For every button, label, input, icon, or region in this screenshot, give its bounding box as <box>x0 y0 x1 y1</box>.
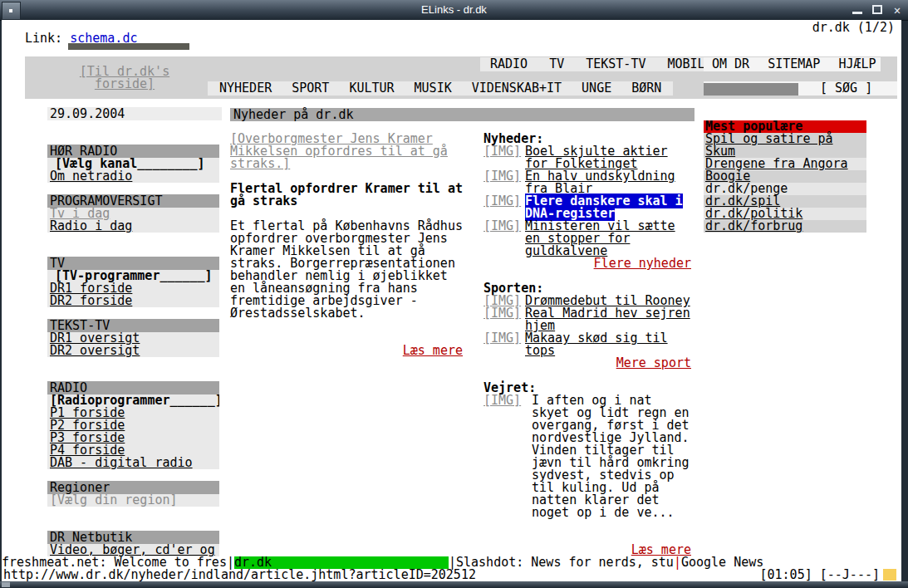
maximize-button[interactable] <box>868 2 886 18</box>
img-placeholder-link[interactable]: [IMG] <box>483 394 521 407</box>
most-popular-box: Mest populære Spil og satire på Skum Dre… <box>704 120 866 233</box>
sport-item: [IMG] Real Madrid hev sejren hjem <box>483 307 691 332</box>
img-placeholder-link[interactable]: [IMG] <box>483 145 521 158</box>
menu-boern[interactable]: BØRN <box>631 82 661 95</box>
news-link-ministeren[interactable]: Ministeren vil sætte en stopper for guld… <box>525 218 675 258</box>
sidebar-section-radio: RADIO [Radioprogrammer______] P1 forside… <box>47 381 219 469</box>
menu-musik[interactable]: MUSIK <box>415 82 452 95</box>
img-placeholder-link[interactable]: [IMG] <box>483 220 521 233</box>
article-headline: Flertal opfordrer Kramer til at gå strak… <box>230 183 463 208</box>
news-item: [IMG] En halv undskyldning fra Blair <box>483 170 691 195</box>
radio-program-select[interactable]: [Radioprogrammer______] <box>50 394 219 407</box>
tab-slashdot[interactable]: Slashdot: News for nerds, stu <box>456 555 674 570</box>
menu-om-dr[interactable]: OM DR <box>712 58 749 71</box>
sidebar-link-om-netradio[interactable]: Om netradio <box>50 170 132 183</box>
sidebar-link-p4-forside[interactable]: P4 forside <box>50 444 125 457</box>
sidebar-link-tv-i-dag[interactable]: Tv i dag <box>50 208 110 220</box>
sidebar-section-regioner: Regioner [Vælg din region] <box>47 481 219 507</box>
sidebar-section-tekst-tv: TEKST-TV DR1 oversigt DR2 oversigt <box>47 319 219 357</box>
browser-viewport: dr.dk (1/2) Link: schema.dc [Til dr.dk's… <box>2 20 901 581</box>
weather-text: I aften og i nat skyet og lidt regn en o… <box>532 394 690 519</box>
img-placeholder-link[interactable]: [IMG] <box>483 307 521 320</box>
tab-separator: | <box>674 555 681 570</box>
sidebar-link-p2-forside[interactable]: P2 forside <box>50 419 125 432</box>
minimize-button[interactable] <box>848 2 866 18</box>
menu-videnskab-it[interactable]: VIDENSKAB+IT <box>472 82 562 95</box>
popular-link-forbrug[interactable]: dr.dk/forbrug <box>705 218 802 233</box>
menu-unge[interactable]: UNGE <box>582 82 611 95</box>
article-image-link[interactable]: [Overborgmester Jens Kramer Mikkelsen op… <box>230 133 463 170</box>
menu-sport[interactable]: SPORT <box>292 82 329 95</box>
content-section-header: Nyheder på dr.dk <box>230 108 694 121</box>
link-label: Link: <box>25 31 62 46</box>
search-row: ____________ [ SØG ] <box>704 81 897 96</box>
close-button[interactable]: ✕ <box>888 2 906 18</box>
site-navigation: [Til dr.dk's forside] RADIO TV TEKST-TV … <box>25 56 897 99</box>
elinks-window: ELinks - dr.dk ✕ dr.dk (1/2) Link: schem… <box>0 0 908 588</box>
main-menu: NYHEDER SPORT KULTUR MUSIK VIDENSKAB+IT … <box>208 81 673 96</box>
date-display: 29.09.2004 <box>47 107 222 120</box>
window-title: ELinks - dr.dk <box>0 3 908 17</box>
top-menu: RADIO TV TEKST-TV MOBIL <box>480 57 715 71</box>
menu-mobil[interactable]: MOBIL <box>667 58 704 71</box>
news-item: [IMG] Flere danskere skal i DNA-register <box>483 195 691 220</box>
sidebar-link-p1-forside[interactable]: P1 forside <box>50 407 125 419</box>
menu-radio[interactable]: RADIO <box>490 58 528 71</box>
popular-link-skum[interactable]: Spil og satire på Skum <box>705 131 833 159</box>
tab-google-news[interactable]: Google News <box>681 555 763 570</box>
weather-block: [IMG] I aften og i nat skyet og lidt reg… <box>483 394 691 519</box>
sidebar-section-programoversigt: PROGRAMOVERSIGT Tv i dag Radio i dag <box>47 194 219 233</box>
popular-item: Spil og satire på Skum <box>704 133 866 158</box>
news-link-dna-selected[interactable]: Flere danskere skal i DNA-register <box>525 194 683 221</box>
sidebar-link-p3-forside[interactable]: P3 forside <box>50 432 125 444</box>
img-placeholder-link[interactable]: [IMG] <box>483 170 521 183</box>
news-link-blair[interactable]: En halv undskyldning fra Blair <box>525 169 675 196</box>
sidebar-link-dr1-oversigt[interactable]: DR1 oversigt <box>50 332 140 345</box>
sidebar-link-dr2-forside[interactable]: DR2 forside <box>50 295 132 307</box>
menu-sitemap[interactable]: SITEMAP <box>768 58 820 71</box>
title-bar: ELinks - dr.dk ✕ <box>0 0 908 21</box>
status-clock: [01:05] <box>760 567 812 581</box>
img-placeholder-link[interactable]: [IMG] <box>483 332 521 345</box>
sidebar-link-dr2-oversigt[interactable]: DR2 oversigt <box>50 345 140 357</box>
menu-tekst-tv[interactable]: TEKST-TV <box>586 58 645 71</box>
sidebar-section-netbutik: DR Netbutik Video, bøger, cd'er og <box>47 531 219 556</box>
popular-item: dr.dk/forbrug <box>704 220 866 233</box>
article-read-more-link[interactable]: Læs mere <box>403 343 463 358</box>
section-title: HØR RADIO <box>47 145 219 158</box>
resize-handle[interactable] <box>2 582 10 587</box>
status-activity-indicator <box>883 569 896 581</box>
sidebar-link-radio-i-dag[interactable]: Radio i dag <box>50 220 132 233</box>
status-flags: [--J---] <box>820 567 880 581</box>
menu-kultur[interactable]: KULTUR <box>349 82 394 95</box>
sidebar-section-tv: TV [TV-programmer______] DR1 forside DR2… <box>47 257 219 307</box>
home-link[interactable]: [Til dr.dk's forside] <box>50 66 199 91</box>
tv-program-select[interactable]: [TV-programmer______] <box>50 270 219 282</box>
sport-link-real-madrid[interactable]: Real Madrid hev sejren hjem <box>525 306 690 333</box>
meta-menu: OM DR SITEMAP HJÆLP <box>704 57 881 71</box>
sidebar-link-dr1-forside[interactable]: DR1 forside <box>50 282 132 295</box>
sport-list: [IMG] Drømmedebut til Rooney [IMG] Real … <box>483 295 691 357</box>
sidebar-link-dab[interactable]: DAB - digital radio <box>50 457 193 469</box>
menu-nyheder[interactable]: NYHEDER <box>219 82 272 95</box>
news-link-boel[interactable]: Boel skjulte aktier for Folketinget <box>525 144 668 171</box>
sport-link-makaay[interactable]: Makaay skød sig til tops <box>525 331 668 358</box>
section-title: TEKST-TV <box>47 319 219 332</box>
menu-hjaelp[interactable]: HJÆLP <box>838 58 876 71</box>
news-item: [IMG] Ministeren vil sætte en stopper fo… <box>483 220 691 257</box>
news-item: [IMG] Boel skjulte aktier for Folketinge… <box>483 145 691 170</box>
search-button[interactable]: [ SØG ] <box>820 82 872 95</box>
menu-tv[interactable]: TV <box>549 58 564 71</box>
status-bar: http://www.dr.dk/nyheder/indland/article… <box>2 569 901 581</box>
more-news-link[interactable]: Flere nyheder <box>594 256 691 271</box>
partial-image-artifact <box>68 43 189 50</box>
channel-select[interactable]: [Vælg kanal________] <box>50 158 219 170</box>
section-title: PROGRAMOVERSIGT <box>47 194 219 208</box>
more-sport-link[interactable]: Mere sport <box>616 355 691 370</box>
minimize-icon <box>852 12 862 14</box>
img-placeholder-link[interactable]: [IMG] <box>483 195 521 208</box>
page-indicator: dr.dk (1/2) <box>812 22 895 34</box>
search-input[interactable]: ____________ <box>704 83 798 96</box>
section-title: RADIO <box>47 381 219 394</box>
region-select[interactable]: [Vælg din region] <box>50 494 219 507</box>
